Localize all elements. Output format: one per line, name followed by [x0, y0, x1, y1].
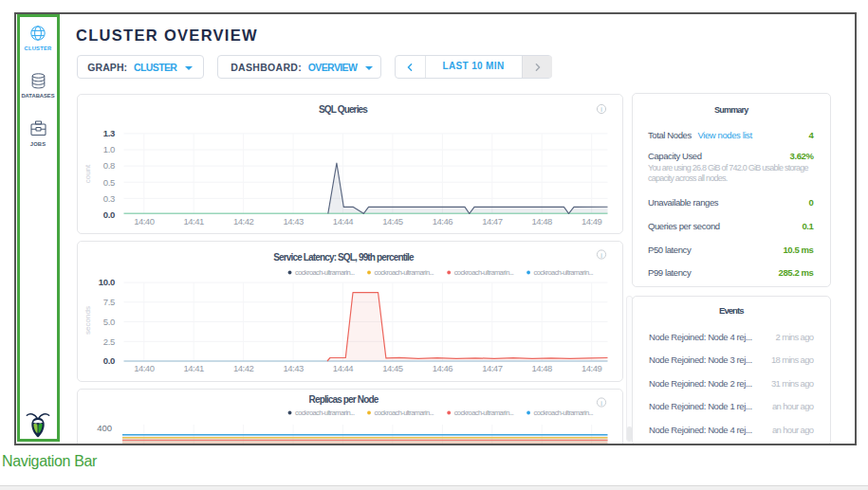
- svg-text:cockroach-ultramarin...: cockroach-ultramarin...: [533, 268, 593, 277]
- svg-text:seconds: seconds: [83, 306, 92, 335]
- svg-text:cockroach-ultramarin...: cockroach-ultramarin...: [453, 408, 513, 417]
- svg-text:14:47: 14:47: [482, 215, 502, 226]
- svg-text:0.5: 0.5: [102, 176, 114, 187]
- svg-text:i: i: [600, 251, 602, 258]
- svg-text:14:49: 14:49: [582, 363, 601, 373]
- svg-text:14:41: 14:41: [183, 363, 203, 373]
- svg-text:14:47: 14:47: [482, 363, 502, 373]
- svg-text:14:41: 14:41: [183, 215, 203, 226]
- svg-text:14:45: 14:45: [382, 215, 402, 226]
- svg-text:0.0: 0.0: [102, 355, 114, 366]
- svg-text:cockroach-ultramarin...: cockroach-ultramarin...: [533, 408, 593, 417]
- svg-text:cockroach-ultramarin...: cockroach-ultramarin...: [295, 408, 355, 417]
- svg-text:14:49: 14:49: [582, 215, 601, 226]
- svg-text:1.0: 1.0: [102, 144, 114, 154]
- svg-text:2.5: 2.5: [102, 336, 114, 346]
- svg-text:10.0: 10.0: [98, 277, 114, 287]
- svg-text:14:42: 14:42: [232, 215, 252, 226]
- svg-text:cockroach-ultramarin...: cockroach-ultramarin...: [295, 268, 355, 277]
- svg-text:0.8: 0.8: [102, 160, 114, 171]
- svg-text:0.3: 0.3: [102, 192, 114, 203]
- svg-text:7.5: 7.5: [102, 297, 114, 307]
- svg-text:0.0: 0.0: [102, 209, 114, 219]
- svg-text:14:44: 14:44: [332, 215, 352, 226]
- svg-text:cockroach-ultramarin...: cockroach-ultramarin...: [374, 408, 434, 417]
- svg-text:14:43: 14:43: [283, 363, 303, 373]
- svg-text:14:40: 14:40: [134, 215, 154, 226]
- svg-text:14:48: 14:48: [531, 363, 551, 373]
- svg-text:14:45: 14:45: [382, 363, 402, 373]
- svg-text:14:46: 14:46: [432, 215, 452, 226]
- svg-text:Replicas per Node: Replicas per Node: [308, 394, 379, 405]
- svg-text:cockroach-ultramarin...: cockroach-ultramarin...: [453, 268, 513, 277]
- svg-text:cockroach-ultramarin...: cockroach-ultramarin...: [374, 268, 434, 277]
- svg-text:i: i: [600, 400, 602, 407]
- svg-text:400: 400: [97, 423, 112, 433]
- svg-text:5.0: 5.0: [102, 316, 114, 326]
- svg-text:14:43: 14:43: [283, 215, 303, 226]
- svg-text:14:44: 14:44: [332, 363, 352, 373]
- svg-text:14:48: 14:48: [531, 215, 551, 226]
- svg-text:1.3: 1.3: [102, 128, 114, 138]
- svg-text:Service Latency: SQL, 99th per: Service Latency: SQL, 99th percentile: [273, 251, 415, 262]
- svg-text:count: count: [83, 163, 92, 182]
- svg-text:i: i: [600, 106, 602, 113]
- svg-text:SQL Queries: SQL Queries: [318, 103, 367, 114]
- svg-text:14:46: 14:46: [432, 363, 452, 373]
- svg-text:14:40: 14:40: [134, 363, 154, 373]
- svg-text:14:42: 14:42: [232, 363, 252, 373]
